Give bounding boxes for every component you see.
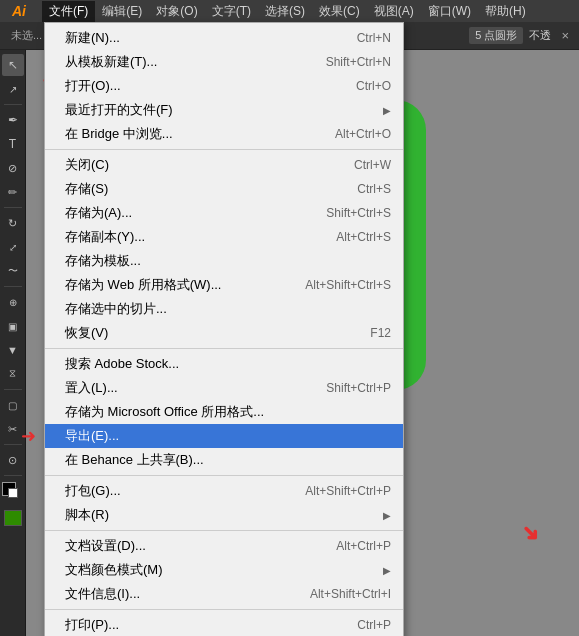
menu-item-share-behance[interactable]: 在 Behance 上共享(B)... xyxy=(45,448,403,472)
menu-item-bridge[interactable]: 在 Bridge 中浏览... Alt+Ctrl+O xyxy=(45,122,403,146)
menu-item-save-copy[interactable]: 存储副本(Y)... Alt+Ctrl+S xyxy=(45,225,403,249)
menu-item-save-ms-office[interactable]: 存储为 Microsoft Office 所用格式... xyxy=(45,400,403,424)
menu-item-package[interactable]: 打包(G)... Alt+Shift+Ctrl+P xyxy=(45,479,403,503)
menu-item-file-info[interactable]: 文件信息(I)... Alt+Shift+Ctrl+I xyxy=(45,582,403,606)
menu-item-save-as[interactable]: 存储为(A)... Shift+Ctrl+S xyxy=(45,201,403,225)
menu-item-new[interactable]: 新建(N)... Ctrl+N xyxy=(45,26,403,50)
separator-2 xyxy=(45,348,403,349)
menu-item-place[interactable]: 置入(L)... Shift+Ctrl+P xyxy=(45,376,403,400)
menu-item-save[interactable]: 存储(S) Ctrl+S xyxy=(45,177,403,201)
menu-item-save-selection[interactable]: 存储选中的切片... xyxy=(45,297,403,321)
menu-item-scripts[interactable]: 脚本(R) ▶ xyxy=(45,503,403,527)
menu-item-save-web[interactable]: 存储为 Web 所用格式(W)... Alt+Shift+Ctrl+S xyxy=(45,273,403,297)
separator-4 xyxy=(45,530,403,531)
separator-3 xyxy=(45,475,403,476)
menu-item-revert[interactable]: 恢复(V) F12 xyxy=(45,321,403,345)
menu-item-save-template[interactable]: 存储为模板... xyxy=(45,249,403,273)
menu-item-export[interactable]: 导出(E)... ➜ xyxy=(45,424,403,448)
menu-item-search-stock[interactable]: 搜索 Adobe Stock... xyxy=(45,352,403,376)
menu-item-doc-settings[interactable]: 文档设置(D)... Alt+Ctrl+P xyxy=(45,534,403,558)
file-dropdown-menu: 新建(N)... Ctrl+N 从模板新建(T)... Shift+Ctrl+N… xyxy=(44,22,404,636)
red-arrow-menu: ➜ xyxy=(21,425,36,447)
separator-1 xyxy=(45,149,403,150)
separator-5 xyxy=(45,609,403,610)
menu-item-print[interactable]: 打印(P)... Ctrl+P xyxy=(45,613,403,636)
menu-item-new-template[interactable]: 从模板新建(T)... Shift+Ctrl+N xyxy=(45,50,403,74)
dropdown-overlay: 新建(N)... Ctrl+N 从模板新建(T)... Shift+Ctrl+N… xyxy=(0,0,579,636)
menu-item-recent[interactable]: 最近打开的文件(F) ▶ xyxy=(45,98,403,122)
menu-item-open[interactable]: 打开(O)... Ctrl+O xyxy=(45,74,403,98)
menu-item-close[interactable]: 关闭(C) Ctrl+W xyxy=(45,153,403,177)
menu-item-doc-color-mode[interactable]: 文档颜色模式(M) ▶ xyxy=(45,558,403,582)
